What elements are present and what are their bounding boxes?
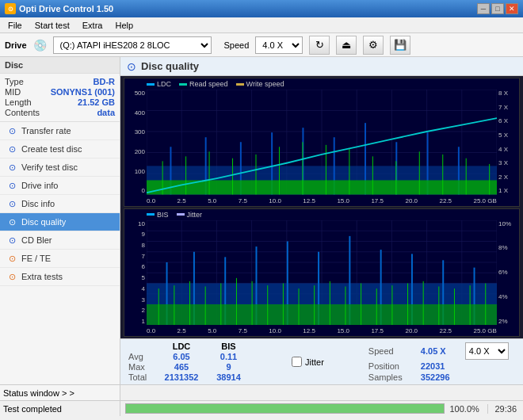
disc-length-row: Length 21.52 GB [5,97,115,107]
statusbar: Test completed 100.0% 29:36 [0,400,523,416]
y1-0: 0 [126,187,145,194]
sidebar-item-label-extra-tests: Extra tests [21,272,63,281]
x2-0: 0.0 [147,327,155,334]
sidebar-item-disc-quality[interactable]: ⊙ Disc quality [0,213,120,231]
svg-rect-81 [189,281,190,325]
stats-total-row: Total 2131352 38914 [128,372,250,382]
svg-rect-83 [220,283,221,325]
main-area: Disc Type BD-R MID SONYNS1 (001) Length … [0,57,523,384]
x1-7.5: 7.5 [239,197,247,204]
status-window-button[interactable]: Status window > > [0,385,120,400]
sidebar-item-label-disc-info: Disc info [21,199,55,208]
sidebar-item-label-disc-quality: Disc quality [21,217,66,227]
x2-10.0: 10.0 [269,327,281,334]
samples-label: Samples [368,372,416,382]
stats-bis-header: BIS [207,342,250,351]
transfer-rate-icon: ⊙ [6,125,17,136]
speed-row-label: Speed [368,346,416,356]
maximize-button[interactable]: □ [491,3,504,14]
disc-section-header: Disc [0,57,120,74]
menu-file[interactable]: File [3,20,27,31]
y2-9: 9 [126,231,145,238]
create-test-disc-icon: ⊙ [6,143,17,155]
app-title: Opti Drive Control 1.50 [19,4,113,13]
save-button[interactable]: 💾 [390,36,410,55]
sidebar-item-cd-bler[interactable]: ⊙ CD Bler [0,231,120,250]
x2-5.0: 5.0 [208,327,216,334]
eject-button[interactable]: ⏏ [336,36,357,55]
disc-contents-row: Contents data [5,108,115,117]
chart2-svg [147,220,497,326]
sidebar-item-create-test-disc[interactable]: ⊙ Create test disc [0,140,120,158]
chart1-legend: LDC Read speed Write speed [147,80,284,88]
sidebar-item-disc-info[interactable]: ⊙ Disc info [0,195,120,213]
extra-tests-icon: ⊙ [6,271,17,282]
chart1-svg [147,90,497,195]
svg-rect-40 [419,151,420,194]
y1r-6x: 6 X [498,117,517,124]
position-label: Position [368,361,416,371]
y1-300: 300 [126,128,145,136]
close-button[interactable]: ✕ [506,3,518,14]
x1-25.0: 25.0 GB [474,197,497,204]
chart1-container: LDC Read speed Write speed 500 400 300 [124,78,520,207]
drive-icon: 💿 [33,39,47,52]
menu-start-test[interactable]: Start test [30,20,74,31]
refresh-button[interactable]: ↻ [309,36,330,55]
sidebar-item-label-transfer-rate: Transfer rate [21,126,71,136]
app-icon: ⊙ [5,3,16,14]
write-speed-label: Write speed [246,80,284,88]
drive-select[interactable]: (Q:) ATAPI iHES208 2 8LOC [53,36,212,54]
jitter-color [177,213,185,216]
chart1-y-right: 8 X 7 X 6 X 5 X 4 X 3 X 2 X 1 X [497,90,519,195]
y1r-7x: 7 X [498,104,517,111]
sidebar-item-extra-tests[interactable]: ⊙ Extra tests [0,268,120,286]
sidebar-item-label-cd-bler: CD Bler [21,235,52,245]
verify-test-disc-icon: ⊙ [6,162,17,173]
jitter-checkbox[interactable] [292,357,302,367]
svg-rect-97 [438,286,439,325]
chart2-container: BIS Jitter 10 9 8 7 6 5 4 3 [124,208,520,338]
svg-rect-96 [423,281,424,325]
minimize-button[interactable]: ─ [477,3,490,14]
svg-rect-39 [395,161,396,194]
y2-10: 10 [126,220,145,227]
y2-4: 4 [126,285,145,292]
menu-extra[interactable]: Extra [78,20,108,31]
stats-speed-select[interactable]: 4.0 X [465,342,509,360]
status-window-spacer [120,385,523,400]
svg-rect-36 [326,145,326,195]
chart1-x-axis: 0.0 2.5 5.0 7.5 10.0 12.5 15.0 17.5 20.0… [147,197,497,204]
stats-max-label: Max [128,362,156,372]
stats-total-ldc: 2131352 [158,372,205,382]
sidebar-item-transfer-rate[interactable]: ⊙ Transfer rate [0,122,120,140]
svg-rect-82 [205,286,206,325]
x2-2.5: 2.5 [178,327,186,334]
sidebar-item-verify-test-disc[interactable]: ⊙ Verify test disc [0,158,120,177]
sidebar-item-fe-te[interactable]: ⊙ FE / TE [0,250,120,268]
speed-select[interactable]: 4.0 X [255,36,303,54]
y1r-1x: 1 X [498,187,517,194]
svg-rect-43 [489,164,490,195]
x1-5.0: 5.0 [208,197,216,204]
menu-help[interactable]: Help [110,20,138,31]
svg-rect-91 [345,286,345,325]
svg-rect-79 [158,288,159,325]
chart1-y-left: 500 400 300 200 100 0 [124,90,147,195]
x1-2.5: 2.5 [178,197,186,204]
sidebar-item-drive-info[interactable]: ⊙ Drive info [0,177,120,195]
svg-rect-93 [376,288,377,325]
bottom-area: Status window > > Test completed 100.0% … [0,384,523,416]
x2-17.5: 17.5 [371,327,384,334]
svg-rect-90 [330,281,330,325]
jitter-label: Jitter [305,357,324,367]
progress-bar-container [125,403,445,414]
progress-bar-fill [126,404,444,413]
speed-row: Speed 4.05 X 4.0 X [368,342,509,360]
y1-200: 200 [126,148,145,155]
svg-rect-94 [391,285,392,325]
disc-type-value: BD-R [94,77,116,86]
settings-button[interactable]: ⚙ [363,36,384,55]
bis-label: BIS [157,211,169,219]
disc-info-icon: ⊙ [6,198,17,209]
